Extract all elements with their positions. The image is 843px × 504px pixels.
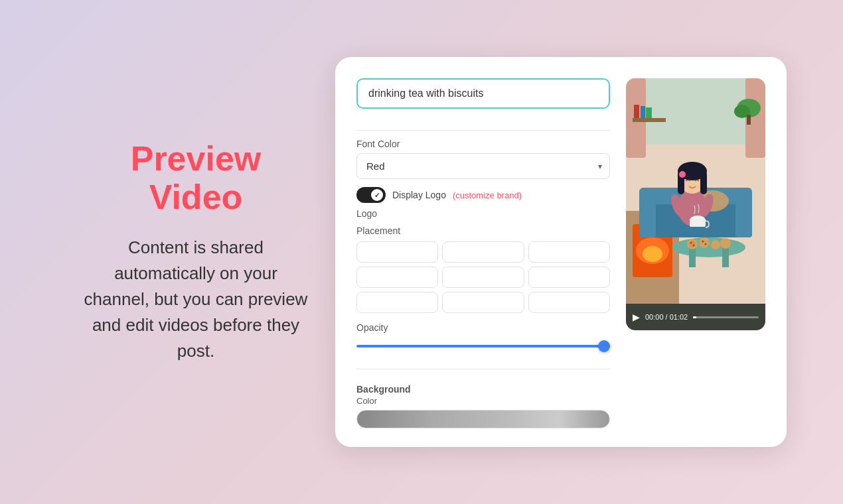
customize-brand-link[interactable]: (customize brand) [453,190,522,200]
svg-rect-31 [689,247,696,267]
color-label: Color [356,396,610,406]
main-card: Font Color Red Blue Black White ▾ [335,57,787,447]
svg-rect-5 [634,105,639,118]
video-illustration-svg [626,78,765,304]
toggle-check-icon: ✓ [374,192,380,199]
svg-point-25 [679,171,686,178]
font-color-group: Font Color Red Blue Black White ▾ [356,139,610,179]
placement-cell-ml[interactable] [356,267,438,288]
display-logo-row: ✓ Display Logo (customize brand) [356,187,610,203]
svg-point-38 [690,242,692,244]
placement-cell-mr[interactable] [528,267,610,288]
card-inner: Font Color Red Blue Black White ▾ [356,78,765,428]
font-color-label: Font Color [356,139,610,149]
left-panel: Preview Video Content is shared automati… [56,113,335,390]
svg-point-14 [643,246,662,262]
progress-bar-fill [693,316,696,318]
svg-rect-7 [646,107,652,118]
page-wrapper: Preview Video Content is shared automati… [0,0,843,504]
svg-point-34 [689,241,696,247]
video-preview: ▶ 00:00 / 01:02 [626,78,765,330]
svg-rect-4 [633,118,666,122]
placement-grid [356,241,610,313]
time-display: 00:00 / 01:02 [645,313,688,321]
placement-label: Placement [356,225,610,236]
placement-cell-bl[interactable] [356,292,438,313]
form-side: Font Color Red Blue Black White ▾ [356,78,610,428]
svg-point-39 [693,245,695,247]
svg-rect-24 [700,171,707,194]
display-logo-toggle[interactable]: ✓ [356,187,386,203]
page-title: Preview Video [83,140,309,216]
font-color-select[interactable]: Red Blue Black White [356,153,610,179]
topic-input[interactable] [356,78,610,109]
opacity-label: Opacity [356,322,610,333]
play-button[interactable]: ▶ [633,312,640,322]
placement-cell-mc[interactable] [442,267,524,288]
placement-cell-bc[interactable] [442,292,524,313]
page-description: Content is shared automatically on your … [83,235,309,364]
svg-point-35 [699,237,710,248]
video-controls: ▶ 00:00 / 01:02 [626,304,765,330]
video-side: ▶ 00:00 / 01:02 [626,78,765,428]
font-color-select-wrapper: Red Blue Black White ▾ [356,153,610,179]
svg-point-40 [702,241,704,243]
toggle-knob: ✓ [371,189,383,201]
svg-point-36 [711,240,720,249]
text-input-wrapper [356,78,610,109]
display-logo-label: Display Logo [392,190,446,200]
svg-rect-10 [747,115,751,125]
svg-rect-17 [639,194,656,237]
background-label: Background [356,384,610,395]
opacity-slider-wrapper [356,338,610,350]
color-slider-wrapper [356,410,610,428]
svg-rect-32 [722,247,729,267]
divider-1 [356,130,610,131]
placement-cell-tc[interactable] [442,241,524,263]
placement-cell-br[interactable] [528,292,610,313]
logo-text-label: Logo [356,208,610,219]
svg-rect-6 [641,106,645,118]
divider-2 [356,369,610,369]
placement-cell-tr[interactable] [528,241,610,263]
progress-bar-background[interactable] [693,316,759,318]
svg-rect-18 [735,194,752,237]
video-illustration [626,78,765,304]
placement-cell-tl[interactable] [356,241,438,263]
svg-point-41 [705,243,707,245]
color-picker-bar[interactable] [356,410,610,428]
svg-rect-29 [690,219,706,227]
svg-point-37 [720,238,731,249]
opacity-slider[interactable] [356,345,610,347]
background-section: Background Color [356,384,610,428]
